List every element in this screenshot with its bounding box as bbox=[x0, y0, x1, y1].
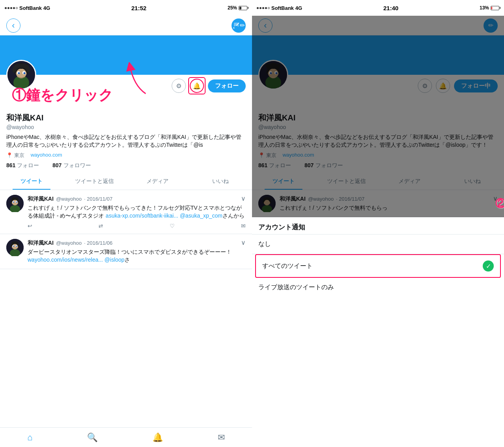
left-profile-header-bg bbox=[0, 35, 252, 75]
tab-likes[interactable]: いいね bbox=[189, 173, 252, 190]
notif-item-all-wrapper: すべてのツイート ✓ bbox=[252, 254, 504, 278]
tweet-link-2a[interactable]: wayohoo.com/ios/news/relea... bbox=[28, 257, 103, 263]
tweet-date-1: · 2016/11/07 bbox=[84, 196, 112, 202]
notif-header: アカウント通知 bbox=[252, 217, 504, 235]
tweet-handle-1: @wayohoo bbox=[56, 196, 82, 202]
dim-overlay bbox=[252, 16, 504, 217]
website-link[interactable]: wayohoo.com bbox=[31, 152, 62, 159]
left-status-bar: SoftBank 4G 21:52 25% bbox=[0, 0, 252, 16]
notif-item-all[interactable]: すべてのツイート ✓ bbox=[255, 254, 501, 278]
right-dimmed-section: ‹ ✏ bbox=[252, 16, 504, 217]
right-battery-fill bbox=[491, 7, 492, 9]
network-label: 4G bbox=[43, 5, 50, 11]
notification-modal: アカウント通知 なし すべてのツイート ✓ ライブ放送のツイートのみ bbox=[252, 217, 504, 297]
tweet-date-2: · 2016/11/06 bbox=[84, 240, 112, 246]
signal-dots bbox=[5, 7, 18, 9]
right-network-label: 4G bbox=[295, 5, 302, 11]
tweet-body-1: 和洋風KAI @wayohoo · 2016/11/07 ∨ これすげぇ！/ ソ… bbox=[28, 195, 246, 229]
status-right: 25% bbox=[228, 5, 247, 11]
share-action-1[interactable]: ✉ bbox=[241, 223, 246, 229]
messages-tab[interactable]: ✉ bbox=[215, 429, 228, 446]
like-icon-1: ♡ bbox=[170, 223, 175, 229]
check-icon: ✓ bbox=[483, 260, 494, 272]
share-icon-1: ✉ bbox=[241, 223, 246, 229]
settings-button[interactable]: ⚙ bbox=[172, 79, 186, 93]
following-stat[interactable]: 861 フォロー bbox=[6, 162, 44, 169]
notif-item-none[interactable]: なし bbox=[252, 235, 504, 254]
left-profile-stats: 861 フォロー 807 フォロワー bbox=[6, 162, 246, 169]
svg-point-14 bbox=[13, 201, 14, 203]
right-phone-panel: SoftBank 4G 21:40 13% ‹ ✏ bbox=[252, 0, 504, 447]
compose-button[interactable]: ✏ bbox=[232, 18, 246, 33]
retweet-action-1[interactable]: ⇄ bbox=[98, 223, 103, 229]
left-profile-name: 和洋風KAI bbox=[6, 113, 246, 123]
tweet-avatar-2 bbox=[6, 239, 24, 256]
battery-percent: 25% bbox=[228, 5, 237, 11]
left-status-left: SoftBank 4G bbox=[5, 5, 50, 11]
tab-media[interactable]: メディア bbox=[126, 173, 189, 190]
retweet-icon-1: ⇄ bbox=[98, 223, 103, 229]
reply-icon-1: ↩ bbox=[28, 223, 32, 229]
tweet-text-2: ダービースタリオンマスターズ降臨！ついにスマホでダビスタができるぞーーー！ wa… bbox=[28, 248, 246, 264]
tweet-avatar-svg-1 bbox=[6, 195, 24, 212]
right-panel-inner: SoftBank 4G 21:40 13% ‹ ✏ bbox=[252, 0, 504, 447]
tweet-name-2: 和洋風KAI bbox=[28, 240, 54, 247]
right-status-right: 13% bbox=[480, 5, 499, 11]
svg-point-21 bbox=[13, 246, 14, 247]
notifications-tab[interactable]: 🔔 bbox=[149, 429, 166, 446]
notifications-bell-button[interactable]: 🔔 bbox=[190, 79, 204, 93]
right-carrier-label: SoftBank bbox=[271, 5, 294, 11]
tweet-link-1a[interactable]: asuka-xp.com/softbank-iikai... bbox=[106, 212, 178, 219]
tweet-link-2b[interactable]: @isloop bbox=[104, 257, 124, 263]
avatar-svg bbox=[7, 61, 35, 89]
like-action-1[interactable]: ♡ bbox=[170, 223, 175, 229]
left-profile-actions: ⚙ 🔔 フォロー bbox=[0, 75, 252, 97]
left-profile-info: 和洋風KAI @wayohoo iPhoneやMac、水樹奈々、食べ歩記などをお… bbox=[0, 111, 252, 173]
battery-fill bbox=[239, 7, 241, 9]
right-battery-icon bbox=[491, 6, 499, 10]
tab-tweets[interactable]: ツイート bbox=[0, 173, 63, 190]
tab-tweets-replies[interactable]: ツイートと返信 bbox=[63, 173, 126, 190]
left-profile-bio: iPhoneやMac、水樹奈々、食べ歩記などをお伝えするブログ「和洋風KAI」で… bbox=[6, 133, 246, 149]
left-avatar bbox=[6, 60, 36, 90]
svg-point-8 bbox=[24, 72, 26, 74]
tweet-more-1[interactable]: ∨ bbox=[241, 195, 246, 202]
tweet-name-1: 和洋風KAI bbox=[28, 196, 54, 203]
svg-point-15 bbox=[16, 201, 17, 203]
tweet-header-2: 和洋風KAI @wayohoo · 2016/11/06 ∨ bbox=[28, 239, 246, 247]
time-label: 21:52 bbox=[132, 5, 146, 11]
back-button[interactable]: ‹ bbox=[6, 18, 20, 33]
tweet-item-2: 和洋風KAI @wayohoo · 2016/11/06 ∨ ダービースタリオン… bbox=[0, 234, 252, 269]
notif-item-live[interactable]: ライブ放送のツイートのみ bbox=[252, 278, 504, 297]
home-tab[interactable]: ⌂ bbox=[24, 429, 35, 446]
followers-stat[interactable]: 807 フォロワー bbox=[52, 162, 91, 169]
left-phone-panel: SoftBank 4G 21:52 25% ‹ ✏ bbox=[0, 0, 252, 447]
left-bottom-bar: ⌂ 🔍 🔔 ✉ bbox=[0, 427, 252, 447]
notif-all-label: すべてのツイート bbox=[262, 262, 313, 270]
left-profile-handle: @wayohoo bbox=[6, 124, 246, 130]
left-tabs: ツイート ツイートと返信 メディア いいね bbox=[0, 173, 252, 190]
tweet-more-2[interactable]: ∨ bbox=[241, 239, 246, 246]
left-tweet-list: 和洋風KAI @wayohoo · 2016/11/07 ∨ これすげぇ！/ ソ… bbox=[0, 190, 252, 427]
tweet-actions-1: ↩ ⇄ ♡ ✉ bbox=[28, 223, 246, 229]
location-label: 📍 東京 bbox=[6, 152, 24, 159]
right-status-left: SoftBank 4G bbox=[257, 5, 302, 11]
tweet-text-1: これすげぇ！/ ソフトバンクで無料でもらってきた！フルセグ対応TVとスマホとつな… bbox=[28, 204, 246, 220]
right-status-bar: SoftBank 4G 21:40 13% bbox=[252, 0, 504, 16]
bell-highlight-box bbox=[188, 77, 206, 94]
follow-button[interactable]: フォロー bbox=[208, 79, 246, 92]
carrier-label: SoftBank bbox=[19, 5, 42, 11]
tweet-avatar-1 bbox=[6, 195, 24, 212]
right-time-label: 21:40 bbox=[384, 5, 398, 11]
tweet-link-1b[interactable]: @asuka_xp_com bbox=[180, 212, 222, 219]
right-signal-dots bbox=[257, 7, 270, 9]
search-tab[interactable]: 🔍 bbox=[84, 429, 101, 446]
left-avatar-img bbox=[7, 61, 35, 89]
left-nav-bar: ‹ ✏ bbox=[0, 16, 252, 35]
tweet-body-2: 和洋風KAI @wayohoo · 2016/11/06 ∨ ダービースタリオン… bbox=[28, 239, 246, 264]
tweet-avatar-svg-2 bbox=[6, 239, 24, 256]
right-battery-percent: 13% bbox=[480, 5, 489, 11]
svg-point-22 bbox=[16, 246, 17, 247]
reply-action-1[interactable]: ↩ bbox=[28, 223, 32, 229]
battery-icon bbox=[239, 6, 247, 10]
